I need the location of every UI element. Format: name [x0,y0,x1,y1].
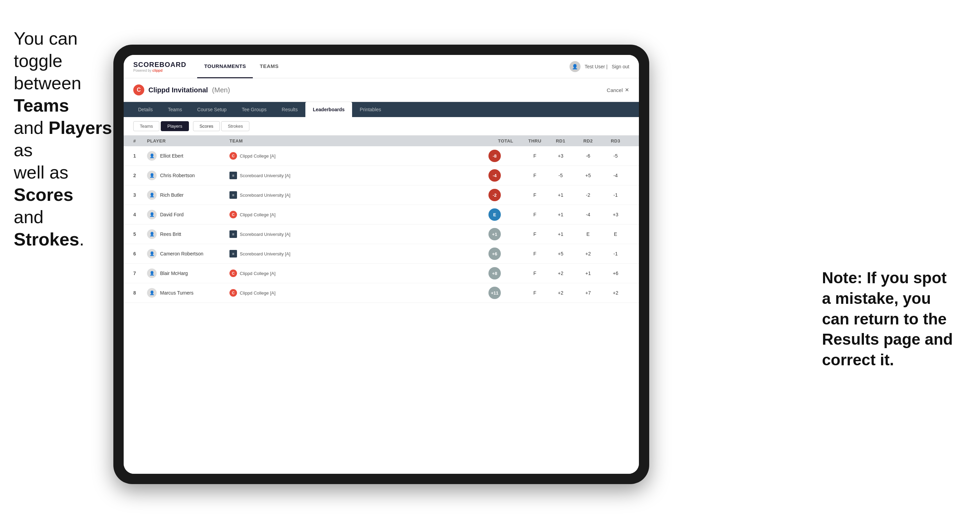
player-cell: 👤 David Ford [147,210,229,219]
player-rank: 8 [133,290,147,295]
rd2-cell: +2 [574,251,602,256]
player-avatar: 👤 [147,190,157,200]
rd3-cell: +2 [602,290,629,295]
rd3-cell: E [602,232,629,237]
player-cell: 👤 Blair McHarg [147,268,229,278]
tournament-name: Clippd Invitational [148,86,208,94]
total-cell: -8 [488,150,523,162]
player-avatar: 👤 [147,288,157,298]
toggle-strokes[interactable]: Strokes [221,121,250,131]
player-name: Cameron Robertson [160,251,204,256]
total-cell: E [488,208,523,221]
table-row: 1 👤 Elliot Ebert C Clippd College [A] -8… [124,146,639,166]
player-cell: 👤 Marcus Turners [147,288,229,298]
player-rank: 4 [133,212,147,217]
team-name: Scoreboard University [A] [240,193,290,198]
col-rd3: RD3 [602,138,629,143]
tab-details[interactable]: Details [130,102,161,117]
rd1-cell: +1 [547,232,574,237]
tab-results[interactable]: Results [274,102,305,117]
player-name: Marcus Turners [160,290,193,295]
player-name: Rich Butler [160,192,183,198]
table-header: # PLAYER TEAM TOTAL THRU RD1 RD2 RD3 [124,136,639,146]
rd1-cell: +2 [547,290,574,295]
rd2-cell: -6 [574,153,602,159]
team-name: Clippd College [A] [240,290,275,295]
player-name: Chris Robertson [160,173,195,178]
table-row: 4 👤 David Ford C Clippd College [A] E F … [124,205,639,225]
thru-cell: F [523,251,547,256]
rd2-cell: +1 [574,271,602,276]
toggle-teams[interactable]: Teams [133,121,159,131]
toggle-scores[interactable]: Scores [193,121,220,131]
total-cell: +6 [488,248,523,260]
rd1-cell: +2 [547,271,574,276]
tab-tee-groups[interactable]: Tee Groups [234,102,274,117]
cancel-button[interactable]: Cancel ✕ [607,87,629,93]
rd2-cell: -4 [574,212,602,217]
total-cell: +8 [488,267,523,279]
team-cell: C Clippd College [A] [229,270,488,277]
team-cell: ≡ Scoreboard University [A] [229,191,488,199]
top-nav: SCOREBOARD Powered by clippd TOURNAMENTS… [124,55,639,78]
rd2-cell: E [574,232,602,237]
sub-nav: Details Teams Course Setup Tee Groups Re… [124,102,639,117]
rd2-cell: -2 [574,192,602,198]
team-name: Clippd College [A] [240,271,275,276]
team-icon: ≡ [229,171,237,179]
toggle-row: Teams Players Scores Strokes [124,117,639,136]
player-name: Elliot Ebert [160,153,183,159]
right-annotation: Note: If you spot a mistake, you can ret… [822,268,966,370]
score-badge: +6 [488,248,501,260]
tournament-icon: C [133,84,144,95]
player-rank: 7 [133,271,147,276]
total-cell: -4 [488,169,523,182]
close-icon: ✕ [625,87,629,93]
player-rank: 1 [133,153,147,159]
toggle-players[interactable]: Players [161,121,189,131]
player-cell: 👤 Rich Butler [147,190,229,200]
team-cell: ≡ Scoreboard University [A] [229,171,488,179]
logo-sub: Powered by clippd [133,69,186,73]
rd3-cell: +6 [602,271,629,276]
tournament-header: C Clippd Invitational (Men) Cancel ✕ [124,78,639,102]
rd1-cell: +3 [547,153,574,159]
team-icon: C [229,152,237,160]
rd3-cell: -1 [602,251,629,256]
rd3-cell: -5 [602,153,629,159]
team-cell: ≡ Scoreboard University [A] [229,230,488,238]
team-name: Scoreboard University [A] [240,173,290,178]
logo: SCOREBOARD Powered by clippd [133,61,186,73]
table-body: 1 👤 Elliot Ebert C Clippd College [A] -8… [124,146,639,303]
sign-out-link[interactable]: Sign out [612,64,629,69]
tab-printables[interactable]: Printables [352,102,388,117]
col-thru: THRU [523,138,547,143]
player-rank: 2 [133,173,147,178]
tablet-frame: SCOREBOARD Powered by clippd TOURNAMENTS… [113,44,649,484]
logo-text: SCOREBOARD [133,61,186,69]
player-name: Rees Britt [160,232,181,237]
tab-leaderboards[interactable]: Leaderboards [305,102,352,117]
player-cell: 👤 Chris Robertson [147,171,229,180]
nav-tournaments[interactable]: TOURNAMENTS [197,55,253,78]
thru-cell: F [523,153,547,159]
score-badge: +1 [488,228,501,240]
team-cell: C Clippd College [A] [229,289,488,297]
table-row: 8 👤 Marcus Turners C Clippd College [A] … [124,283,639,303]
left-annotation: You can toggle between Teams and Players… [14,27,113,251]
team-icon: C [229,211,237,218]
rd1-cell: +1 [547,192,574,198]
team-icon: ≡ [229,191,237,199]
score-badge: -4 [488,169,501,182]
player-rank: 6 [133,251,147,256]
table-row: 6 👤 Cameron Robertson ≡ Scoreboard Unive… [124,244,639,264]
nav-teams[interactable]: TEAMS [253,55,285,78]
team-icon: C [229,270,237,277]
player-cell: 👤 Rees Britt [147,229,229,239]
tab-course-setup[interactable]: Course Setup [189,102,234,117]
team-name: Clippd College [A] [240,212,275,217]
player-cell: 👤 Cameron Robertson [147,249,229,259]
rd3-cell: +3 [602,212,629,217]
tab-teams[interactable]: Teams [161,102,189,117]
thru-cell: F [523,212,547,217]
